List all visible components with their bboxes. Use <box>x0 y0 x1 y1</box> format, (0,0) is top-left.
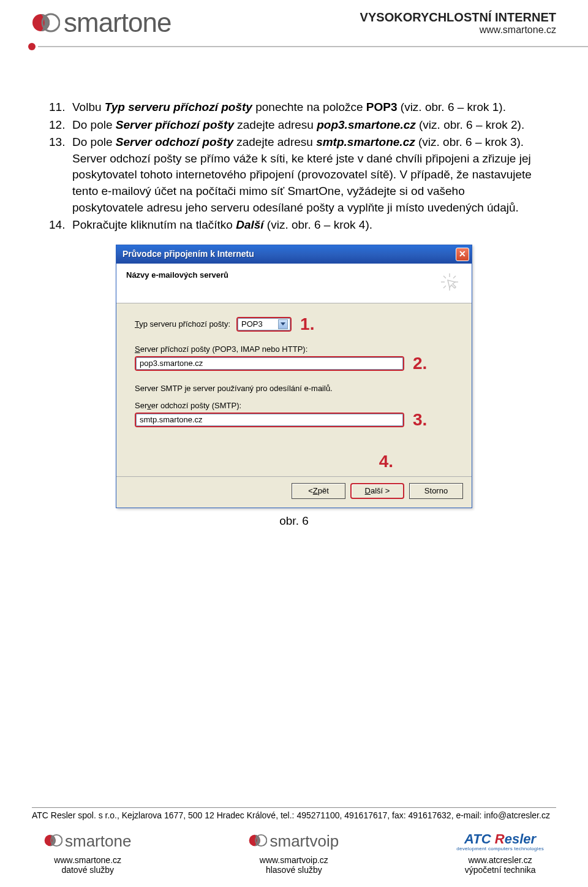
header-url: www.smartone.cz <box>360 25 556 36</box>
footer-url-smartone: www.smartone.cz <box>44 855 131 865</box>
incoming-server-label: Server příchozí pošty (POP3, IMAP nebo H… <box>135 344 453 355</box>
brand-name: smartone <box>64 7 171 38</box>
header-tagline: VYSOKORYCHLOSTNÍ INTERNET <box>360 10 556 25</box>
figure-caption: obr. 6 <box>116 513 472 530</box>
footer-logo-smartone: smartone <box>44 831 131 851</box>
atc-logo-sub: development computers technologies <box>456 846 544 851</box>
step-text: Do pole Server odchozí pošty zadejte adr… <box>72 134 539 216</box>
next-button[interactable]: Další > <box>350 483 404 499</box>
cancel-button[interactable]: Storno <box>409 483 463 499</box>
marker-4: 4. <box>377 453 393 470</box>
wizard-figure: Průvodce připojením k Internetu ✕ Názvy … <box>116 245 472 530</box>
dialog-button-row: < Zpět Další > Storno <box>116 476 472 508</box>
footer-brand-smartvoip: smartvoip <box>270 832 339 851</box>
header-rule-dot-icon <box>28 43 36 50</box>
incoming-server-row: pop3.smartone.cz 2. <box>135 355 453 372</box>
step-number: 14. <box>49 217 72 234</box>
footer-url-atcresler: www.atcresler.cz <box>456 855 544 865</box>
dialog-body: Typ serveru příchozí pošty: POP3 1. Serv… <box>116 303 472 477</box>
footer-desc-smartvoip: hlasové služby <box>249 865 339 875</box>
wizard-dialog: Průvodce připojením k Internetu ✕ Názvy … <box>116 245 472 509</box>
footer-logo-atcresler: ATC Resler development computers technol… <box>456 831 544 851</box>
chevron-down-icon <box>278 319 288 329</box>
close-button[interactable]: ✕ <box>456 248 469 261</box>
footer-columns: smartone www.smartone.cz datové služby s… <box>32 831 556 875</box>
step-text: Volbu Typ serveru příchozí pošty ponecht… <box>72 99 539 116</box>
footer-desc-smartone: datové služby <box>44 865 131 875</box>
outgoing-server-row: smtp.smartone.cz 3. <box>135 411 453 428</box>
server-type-label: Typ serveru příchozí pošty: <box>135 319 230 330</box>
footer-url-smartvoip: www.smartvoip.cz <box>249 855 339 865</box>
step-number: 12. <box>49 117 72 134</box>
server-type-select[interactable]: POP3 <box>236 317 292 332</box>
incoming-server-input[interactable]: pop3.smartone.cz <box>135 356 404 371</box>
header-rule-line <box>38 46 588 47</box>
footer-brand-smartone: smartone <box>65 832 131 851</box>
server-type-row: Typ serveru příchozí pošty: POP3 1. <box>135 316 453 333</box>
cursor-click-icon <box>437 270 462 294</box>
back-button[interactable]: < Zpět <box>292 483 345 499</box>
dialog-titlebar: Průvodce připojením k Internetu ✕ <box>116 245 472 264</box>
instruction-step: 12.Do pole Server příchozí pošty zadejte… <box>49 117 539 134</box>
marker-4-row: 4. <box>135 453 453 470</box>
step-text: Pokračujte kliknutím na tlačítko Další (… <box>72 217 539 234</box>
outgoing-server-input[interactable]: smtp.smartone.cz <box>135 413 404 427</box>
smartone-logo-icon <box>32 9 60 37</box>
instruction-step: 13.Do pole Server odchozí pošty zadejte … <box>49 134 539 216</box>
dialog-title: Průvodce připojením k Internetu <box>123 248 254 261</box>
marker-1: 1. <box>298 316 314 333</box>
smtp-statement: Server SMTP je server používaný pro odes… <box>135 383 453 394</box>
footer-col-atcresler: ATC Resler development computers technol… <box>456 831 544 875</box>
dialog-heading: Názvy e-mailových serverů <box>126 270 228 281</box>
step-text: Do pole Server příchozí pošty zadejte ad… <box>72 117 539 134</box>
page-header: smartone VYSOKORYCHLOSTNÍ INTERNET www.s… <box>0 0 588 42</box>
footer-col-smartvoip: smartvoip www.smartvoip.cz hlasové služb… <box>249 831 339 875</box>
marker-3: 3. <box>410 411 427 428</box>
instruction-list: 11.Volbu Typ serveru příchozí pošty pone… <box>0 50 588 530</box>
header-right: VYSOKORYCHLOSTNÍ INTERNET www.smartone.c… <box>360 10 556 36</box>
instruction-step: 14.Pokračujte kliknutím na tlačítko Dalš… <box>49 217 539 234</box>
dialog-header-strip: Názvy e-mailových serverů <box>116 264 472 303</box>
header-rule <box>0 43 588 50</box>
brand-logo: smartone <box>32 7 171 38</box>
footer-desc-atcresler: výpočetní technika <box>456 865 544 875</box>
atc-logo-text: ATC Resler <box>464 831 536 847</box>
footer-col-smartone: smartone www.smartone.cz datové služby <box>44 831 131 875</box>
instruction-step: 11.Volbu Typ serveru příchozí pošty pone… <box>49 99 539 116</box>
smartvoip-logo-icon <box>249 831 267 851</box>
outgoing-server-label: Server odchozí pošty (SMTP): <box>135 400 453 411</box>
marker-2: 2. <box>410 355 427 372</box>
server-type-value: POP3 <box>241 319 263 330</box>
footer-legal: ATC Resler spol. s r.o., Kejzlarova 1677… <box>32 807 556 820</box>
step-number: 13. <box>49 134 72 216</box>
page-footer: ATC Resler spol. s r.o., Kejzlarova 1677… <box>0 807 588 875</box>
smartone-logo-icon <box>44 831 62 851</box>
footer-logo-smartvoip: smartvoip <box>249 831 339 851</box>
step-number: 11. <box>49 99 72 116</box>
